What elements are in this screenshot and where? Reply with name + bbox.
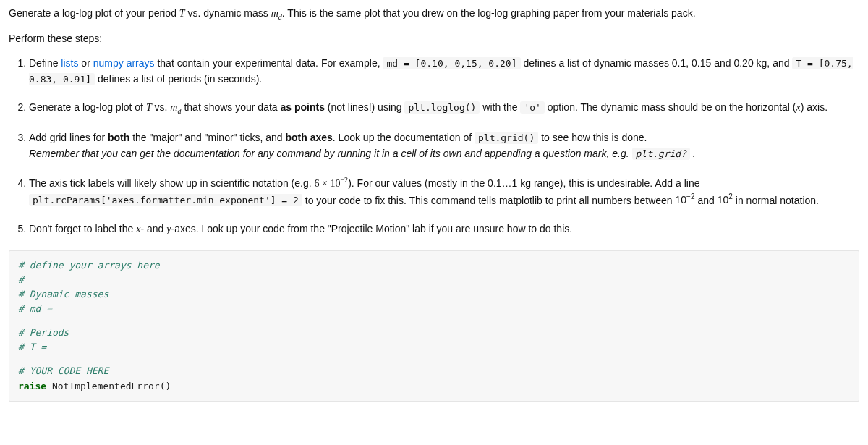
code-keyword-raise: raise xyxy=(18,381,46,391)
code-comment: # Dynamic masses xyxy=(18,289,109,300)
math-md: md xyxy=(271,8,282,19)
step-3: Add grid lines for both the "major" and … xyxy=(29,130,859,161)
code-loglog: plt.loglog() xyxy=(404,101,480,114)
step-2: Generate a log-log plot of T vs. md that… xyxy=(29,100,859,116)
code-plt-grid-q: plt.grid? xyxy=(632,148,690,160)
link-lists[interactable]: lists xyxy=(61,57,78,69)
code-comment: # md = xyxy=(18,303,52,314)
code-comment: # xyxy=(18,274,24,285)
blank-line xyxy=(18,355,850,364)
code-md-example: md = [0.10, 0,15, 0.20] xyxy=(383,57,520,69)
code-comment: # T = xyxy=(18,342,46,352)
code-comment: # define your arrays here xyxy=(18,260,160,271)
intro-line-1: Generate a log-log plot of your period T… xyxy=(9,6,859,22)
code-comment: # YOUR CODE HERE xyxy=(18,365,109,376)
hint-grid: Remember that you can get the documentat… xyxy=(29,148,696,159)
bold-as-points: as points xyxy=(281,101,325,113)
code-plt-grid: plt.grid() xyxy=(475,132,538,144)
step-1: Define lists or numpy arrays that contai… xyxy=(29,56,859,87)
step-5: Don't forget to label the x- and y-axes.… xyxy=(29,221,859,237)
intro-line-2: Perform these steps: xyxy=(9,31,859,47)
blank-line xyxy=(18,316,850,326)
steps-list: Define lists or numpy arrays that contai… xyxy=(9,56,859,237)
code-rcparams: plt.rcParams['axes.formatter.min_exponen… xyxy=(29,194,302,206)
link-numpy-arrays[interactable]: numpy arrays xyxy=(93,57,155,69)
code-comment: # Periods xyxy=(18,327,69,338)
math-T: T xyxy=(179,8,185,19)
step-4: The axis tick labels will likely show up… xyxy=(29,174,859,208)
code-o-option: 'o' xyxy=(520,101,544,114)
code-cell[interactable]: # define your arrays here # # Dynamic ma… xyxy=(9,250,859,402)
